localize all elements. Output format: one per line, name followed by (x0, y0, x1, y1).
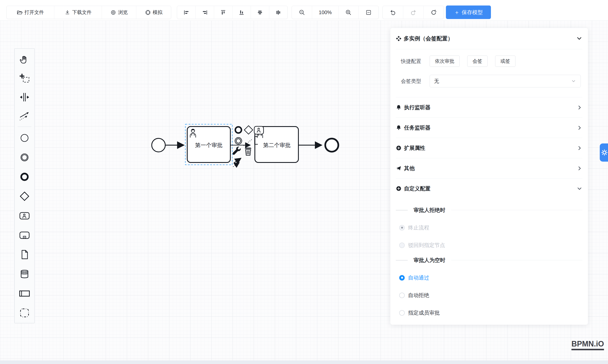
panel-sections: 执行监听器 任务监听器 扩展属性 其他 自定义配置 (396, 97, 582, 199)
section-other[interactable]: 其他 (396, 158, 582, 178)
align-center-horizontal-button[interactable] (251, 6, 269, 19)
simulate-label: 模拟 (153, 9, 162, 16)
radio-button[interactable] (399, 310, 405, 316)
save-model-button[interactable]: ＋ 保存模型 (446, 5, 491, 19)
download-file-label: 下载文件 (72, 9, 92, 16)
create-participant[interactable] (15, 284, 34, 303)
space-tool[interactable] (15, 88, 34, 106)
send-icon (396, 165, 401, 171)
fit-viewport-button[interactable] (358, 6, 379, 19)
radio-button[interactable] (399, 275, 405, 281)
bell-icon (396, 125, 401, 130)
radio-auto-reject[interactable]: 自动拒绝 (396, 292, 582, 299)
section-label: 任务监听器 (404, 124, 430, 131)
section-execution-listener[interactable]: 执行监听器 (396, 97, 582, 117)
zoom-in-button[interactable] (338, 6, 358, 19)
append-user-task-icon[interactable] (254, 126, 264, 134)
create-start-event[interactable] (15, 128, 34, 148)
gateway-icon (19, 190, 30, 202)
align-bottom-button[interactable] (232, 6, 251, 19)
radio-return-to-node: 驳回到指定节点 (396, 242, 582, 249)
open-file-label: 打开文件 (25, 9, 44, 16)
user-task-icon (19, 210, 30, 221)
divider-dash (396, 210, 408, 210)
create-data-store[interactable] (15, 264, 34, 284)
quick-config-row: 快捷配置 依次审批 会签 或签 (396, 56, 582, 67)
append-intermediate-event-icon[interactable] (235, 138, 242, 144)
section-custom-config[interactable]: 自定义配置 (396, 178, 582, 199)
create-end-event[interactable] (15, 167, 34, 187)
lasso-tool[interactable] (15, 69, 34, 88)
radio-auto-pass[interactable]: 自动通过 (396, 274, 582, 281)
data-store-icon (19, 268, 30, 280)
zoom-out-button[interactable] (292, 6, 312, 19)
open-file-button[interactable]: 打开文件 (7, 6, 54, 19)
append-end-event-icon[interactable] (236, 127, 241, 133)
quick-option-orsign[interactable]: 或签 (495, 56, 515, 67)
refresh-icon (430, 9, 437, 16)
align-top-button[interactable] (214, 6, 232, 19)
tool-palette (14, 48, 35, 323)
empty-when-title: 审批人为空时 (414, 257, 445, 264)
undo-button[interactable] (383, 6, 403, 19)
palette-separator (17, 127, 31, 127)
end-event[interactable] (325, 139, 338, 152)
radio-button[interactable] (399, 293, 405, 298)
simulate-button[interactable]: 模拟 (136, 6, 171, 19)
chevron-right-icon (577, 145, 582, 151)
create-intermediate-event[interactable] (15, 148, 34, 167)
user-task-1[interactable]: 第一个审批 (187, 127, 230, 162)
preview-button[interactable]: 浏览 (102, 6, 136, 19)
section-label: 扩展属性 (404, 144, 425, 152)
multi-instance-icon (396, 36, 401, 41)
data-object-icon (19, 249, 30, 260)
create-subprocess[interactable] (15, 225, 34, 245)
align-right-button[interactable] (196, 6, 214, 19)
multi-instance-header[interactable]: 多实例（会签配置） (396, 28, 582, 49)
section-extension-properties[interactable]: 扩展属性 (396, 138, 582, 158)
wrench-icon[interactable] (233, 147, 241, 155)
radio-label: 自动拒绝 (408, 292, 429, 299)
preview-eye-icon (110, 10, 116, 15)
undo-icon (390, 9, 396, 16)
align-center-vertical-icon (275, 10, 281, 15)
hand-tool[interactable] (15, 51, 34, 69)
create-gateway[interactable] (15, 187, 34, 206)
history-group (383, 6, 444, 19)
header-divider (396, 49, 582, 49)
chevron-down-icon (577, 186, 582, 192)
align-left-button[interactable] (177, 6, 196, 19)
section-label: 其他 (404, 165, 415, 172)
preview-label: 浏览 (118, 9, 128, 16)
section-task-listener[interactable]: 任务监听器 (396, 117, 582, 138)
zoom-group: 100% (292, 6, 379, 19)
file-actions-group: 打开文件 下载文件 浏览 模拟 (6, 6, 171, 19)
sign-type-value: 无 (434, 78, 571, 85)
zoom-in-icon (345, 9, 352, 16)
append-gateway-icon[interactable] (244, 126, 253, 134)
quick-option-sequential[interactable]: 依次审批 (430, 56, 460, 67)
settings-tab[interactable] (600, 143, 608, 162)
trash-icon[interactable] (245, 148, 251, 155)
gear-icon (601, 149, 608, 156)
quick-option-countersign[interactable]: 会签 (467, 56, 488, 67)
radio-assign-member[interactable]: 指定成员审批 (396, 309, 582, 316)
connect-tool-icon[interactable] (233, 158, 241, 167)
create-group[interactable] (15, 303, 34, 323)
create-user-task[interactable] (15, 206, 34, 225)
sign-type-select[interactable]: 无 (430, 75, 581, 88)
reject-when-title: 审批人拒绝时 (414, 207, 445, 214)
connect-tool[interactable] (15, 106, 34, 125)
lasso-icon (19, 73, 30, 85)
radio-button (399, 225, 405, 231)
start-event[interactable] (152, 138, 165, 152)
intermediate-event-icon (19, 152, 30, 163)
redo-button[interactable] (403, 6, 423, 19)
reset-button[interactable] (423, 6, 444, 19)
bpmn-io-watermark[interactable]: BPMN.iO (571, 339, 604, 350)
radio-terminate-process: 终止流程 (396, 224, 582, 231)
create-data-object[interactable] (15, 245, 34, 264)
download-file-button[interactable]: 下载文件 (54, 6, 102, 19)
group-icon (19, 307, 30, 319)
align-center-vertical-button[interactable] (269, 6, 287, 19)
